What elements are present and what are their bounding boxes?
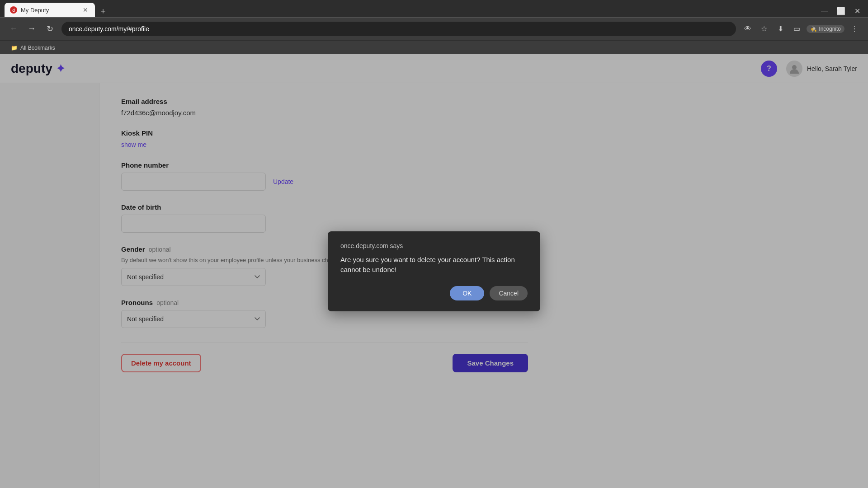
bookmarks-bar: 📁 All Bookmarks — [0, 41, 868, 54]
eye-slash-icon[interactable]: 👁 — [741, 23, 754, 35]
dialog-message: Are you sure you want to delete your acc… — [340, 255, 528, 275]
tab-close-button[interactable]: ✕ — [81, 6, 90, 14]
browser-chrome: d My Deputy ✕ ＋ — ⬜ ✕ ← → ↻ 👁 ☆ ⬇ ▭ 🕵 In… — [0, 0, 868, 41]
dialog-cancel-button[interactable]: Cancel — [490, 286, 528, 300]
tab-favicon: d — [10, 6, 17, 14]
active-tab[interactable]: d My Deputy ✕ — [5, 3, 95, 17]
new-tab-button[interactable]: ＋ — [97, 5, 109, 17]
incognito-icon: 🕵 — [810, 26, 817, 32]
back-button[interactable]: ← — [7, 23, 20, 35]
download-icon[interactable]: ⬇ — [774, 23, 787, 35]
bookmarks-folder[interactable]: 📁 All Bookmarks — [7, 44, 59, 52]
incognito-badge: 🕵 Incognito — [807, 25, 844, 33]
page-content: deputy ✦ ? Hello, Sarah Tyler Email add — [0, 54, 868, 488]
dialog-buttons: OK Cancel — [340, 286, 528, 300]
folder-icon: 📁 — [11, 45, 18, 51]
dialog-origin: once.deputy.com says — [340, 242, 528, 249]
minimize-button[interactable]: — — [818, 5, 831, 17]
tab-title: My Deputy — [21, 7, 78, 14]
confirm-dialog: once.deputy.com says Are you sure you wa… — [328, 231, 540, 311]
incognito-label: Incognito — [819, 26, 841, 32]
address-bar: ← → ↻ 👁 ☆ ⬇ ▭ 🕵 Incognito ⋮ — [0, 17, 868, 40]
dialog-ok-button[interactable]: OK — [450, 286, 484, 300]
dialog-overlay: once.deputy.com says Are you sure you wa… — [0, 54, 868, 488]
close-window-button[interactable]: ✕ — [851, 5, 863, 17]
maximize-button[interactable]: ⬜ — [835, 5, 847, 17]
svg-text:d: d — [12, 8, 15, 13]
url-input[interactable] — [61, 22, 736, 36]
forward-button[interactable]: → — [25, 23, 38, 35]
sidebar-icon[interactable]: ▭ — [790, 23, 803, 35]
menu-button[interactable]: ⋮ — [848, 23, 861, 35]
bookmark-star-icon[interactable]: ☆ — [758, 23, 770, 35]
browser-actions: 👁 ☆ ⬇ ▭ 🕵 Incognito ⋮ — [741, 23, 861, 35]
tab-bar: d My Deputy ✕ ＋ — ⬜ ✕ — [0, 0, 868, 17]
refresh-button[interactable]: ↻ — [43, 23, 56, 35]
bookmarks-label: All Bookmarks — [20, 45, 55, 51]
